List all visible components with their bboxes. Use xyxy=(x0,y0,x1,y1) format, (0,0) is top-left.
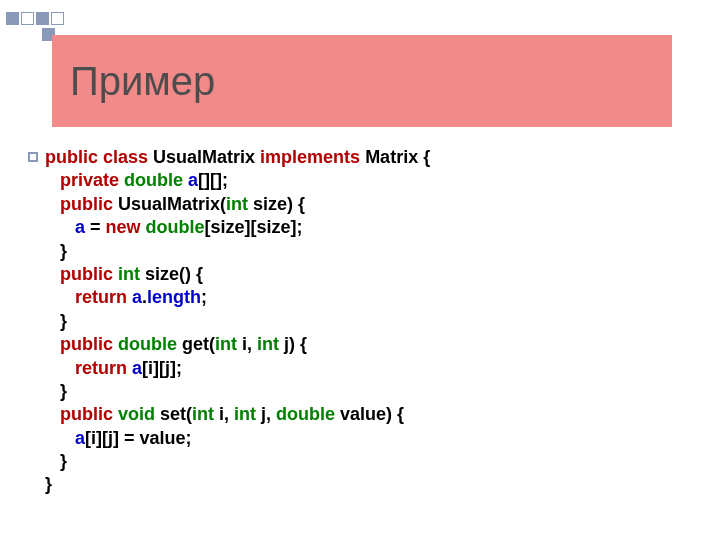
code-token: double xyxy=(113,334,177,354)
code-token: i, xyxy=(237,334,257,354)
deco-square-icon xyxy=(21,12,34,25)
code-token: size) { xyxy=(248,194,305,214)
deco-square-icon xyxy=(51,12,64,25)
code-token: i, xyxy=(214,404,234,424)
code-token: j, xyxy=(256,404,276,424)
slide: Пример public class UsualMatrix implemen… xyxy=(0,0,720,540)
code-token: = xyxy=(85,217,106,237)
code-token: public xyxy=(60,264,113,284)
code-token: return xyxy=(75,358,127,378)
code-token: } xyxy=(60,381,67,401)
code-token: public xyxy=(45,147,98,167)
code-token: j) { xyxy=(279,334,307,354)
decoration-squares-row xyxy=(6,12,64,25)
code-token: [][]; xyxy=(198,170,228,190)
code-token: int xyxy=(192,404,214,424)
code-token: value) { xyxy=(335,404,404,424)
code-token: a xyxy=(75,217,85,237)
code-token: a xyxy=(127,287,142,307)
code-token: get( xyxy=(177,334,215,354)
code-token: int xyxy=(226,194,248,214)
deco-square-icon xyxy=(6,12,19,25)
deco-square-icon xyxy=(36,12,49,25)
code-token: } xyxy=(60,311,67,331)
code-token: class xyxy=(98,147,148,167)
code-token: private xyxy=(60,170,119,190)
code-token: Matrix { xyxy=(360,147,430,167)
code-token: set( xyxy=(155,404,192,424)
code-token: [i][j]; xyxy=(142,358,182,378)
code-token: length xyxy=(147,287,201,307)
code-block: public class UsualMatrix implements Matr… xyxy=(45,146,430,497)
code-token: public xyxy=(60,404,113,424)
code-token: double xyxy=(141,217,205,237)
title-bar: Пример xyxy=(52,35,672,127)
code-token: size() { xyxy=(140,264,203,284)
code-token: void xyxy=(113,404,155,424)
code-token: [i][j] = value; xyxy=(85,428,192,448)
bullet-icon xyxy=(28,152,38,162)
code-token: [size][size]; xyxy=(205,217,303,237)
code-token: ; xyxy=(201,287,207,307)
code-token: int xyxy=(215,334,237,354)
code-token: double xyxy=(119,170,183,190)
code-token: public xyxy=(60,334,113,354)
code-token: UsualMatrix xyxy=(148,147,260,167)
code-token: a xyxy=(183,170,198,190)
code-token: a xyxy=(75,428,85,448)
code-token: int xyxy=(257,334,279,354)
code-token: double xyxy=(276,404,335,424)
code-token: implements xyxy=(260,147,360,167)
slide-title: Пример xyxy=(70,59,215,104)
code-token: int xyxy=(234,404,256,424)
code-token: } xyxy=(60,241,67,261)
code-token: new xyxy=(106,217,141,237)
code-token: } xyxy=(60,451,67,471)
code-token: a xyxy=(127,358,142,378)
code-token: return xyxy=(75,287,127,307)
code-token: } xyxy=(45,474,52,494)
code-token: public xyxy=(60,194,113,214)
code-token: int xyxy=(113,264,140,284)
code-token: UsualMatrix( xyxy=(113,194,226,214)
